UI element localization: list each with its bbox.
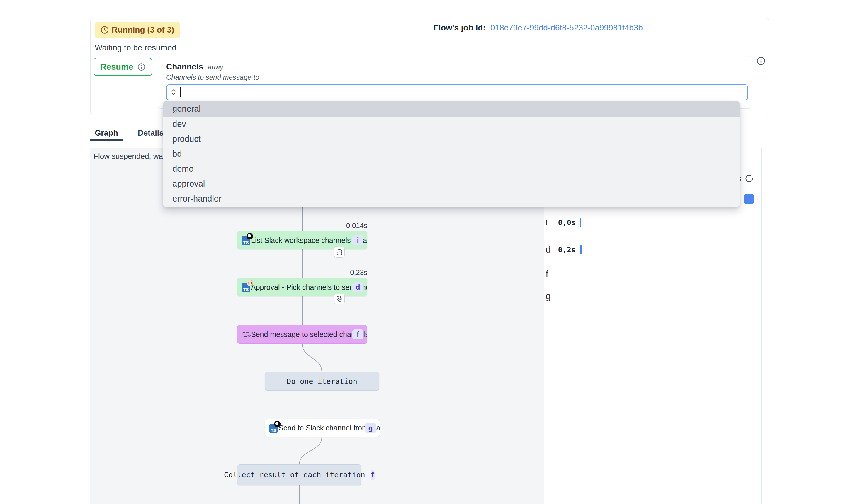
job-id-label: Flow's job Id: — [433, 23, 486, 33]
status-badge: Running (3 of 3) — [95, 22, 180, 38]
node-id-badge: g — [365, 423, 376, 433]
timeline-step-row[interactable]: d 0,2s — [544, 236, 761, 264]
node-do-one-iteration[interactable]: Do one iteration — [265, 372, 379, 391]
node-forloop-send-message[interactable]: Send message to selected channels f — [237, 325, 367, 344]
node-label: Send to Slack channel from markdo… — [279, 424, 379, 432]
database-icon — [334, 247, 345, 257]
node-label: Approval - Pick channels to send me… — [251, 283, 367, 291]
typescript-approval-icon: TS — [242, 283, 251, 292]
step-id: f — [546, 269, 556, 280]
dropdown-option[interactable]: dev — [163, 116, 740, 131]
dropdown-option[interactable]: approval — [163, 176, 740, 191]
dropdown-option[interactable]: product — [163, 131, 740, 146]
node-id-badge: f — [371, 470, 375, 480]
node-id-badge: i — [352, 235, 363, 245]
node-label: Collect result of each iteration — [224, 471, 365, 479]
job-id-link[interactable]: 018e79e7-99dd-d6f8-5232-0a99981f4b3b — [491, 23, 643, 33]
node-label: Send message to selected channels — [251, 330, 367, 339]
flow-run-page: Running (3 of 3) Flow's job Id: 018e79e7… — [0, 0, 853, 504]
field-type: array — [208, 63, 223, 71]
legend-color-square — [744, 194, 753, 204]
resume-button[interactable]: Resume — [93, 58, 152, 76]
step-id: g — [546, 291, 556, 302]
step-id: i — [546, 217, 556, 228]
dropdown-option[interactable]: general — [163, 101, 740, 116]
refresh-icon[interactable] — [745, 174, 753, 183]
repeat-loop-icon — [242, 330, 251, 339]
resume-button-label: Resume — [100, 62, 134, 72]
active-tab-underline — [90, 140, 123, 141]
node-collect-result[interactable]: Collect result of each iteration f — [237, 465, 361, 485]
dropdown-option[interactable]: demo — [163, 161, 740, 176]
node-list-slack-channels[interactable]: TS List Slack workspace channels details… — [237, 231, 367, 249]
clock-icon — [101, 26, 109, 34]
typescript-deno-icon: TS — [242, 236, 251, 245]
node-duration: 0,23s — [90, 268, 367, 276]
field-header: Channels array — [166, 62, 223, 72]
field-name: Channels — [166, 62, 203, 72]
node-label: Do one iteration — [265, 377, 379, 385]
dropdown-option[interactable]: bd — [163, 146, 740, 161]
field-description: Channels to send message to — [166, 73, 260, 82]
node-label: List Slack workspace channels details — [251, 236, 367, 245]
job-id-row: Flow's job Id: 018e79e7-99dd-d6f8-5232-0… — [433, 23, 643, 33]
typescript-deno-icon: TS — [269, 424, 279, 433]
step-duration: 0,2s — [558, 246, 576, 254]
left-divider — [3, 0, 4, 504]
status-badge-label: Running (3 of 3) — [112, 25, 174, 35]
info-icon — [138, 63, 145, 71]
timeline-step-row[interactable]: g — [544, 285, 761, 307]
phone-incoming-icon — [334, 294, 345, 304]
node-id-badge: f — [352, 329, 363, 339]
text-caret — [180, 87, 181, 97]
step-duration: 0,0s — [558, 218, 576, 227]
step-timeline-bar — [581, 245, 583, 254]
status-card: Running (3 of 3) Flow's job Id: 018e79e7… — [90, 18, 769, 114]
node-duration: 0,014s — [90, 221, 367, 230]
step-timeline-bar — [581, 218, 581, 227]
timeline-step-row[interactable]: i 0,0s — [544, 209, 761, 236]
waiting-text: Waiting to be resumed — [95, 43, 176, 52]
tab-graph[interactable]: Graph — [90, 126, 123, 140]
step-id: d — [546, 245, 556, 255]
node-approval-pick-channels[interactable]: TS Approval - Pick channels to send me… … — [237, 278, 367, 296]
dropdown-option[interactable]: error-handler — [163, 191, 740, 206]
chevrons-up-down-icon — [170, 89, 177, 96]
info-icon[interactable] — [757, 57, 765, 65]
channels-input[interactable] — [166, 84, 748, 100]
node-id-badge: d — [352, 282, 363, 292]
channels-dropdown: general dev product bd demo approval err… — [163, 101, 740, 207]
channels-form: Channels array Channels to send message … — [158, 56, 752, 109]
timeline-step-row[interactable]: f — [544, 264, 761, 285]
node-send-to-slack-channel[interactable]: TS Send to Slack channel from markdo… g — [265, 419, 380, 437]
